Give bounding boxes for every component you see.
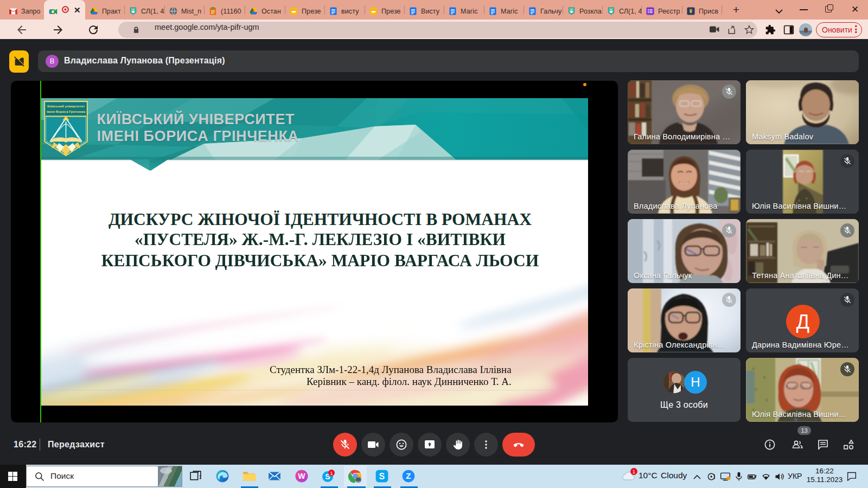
svg-text:Д: Д	[796, 311, 809, 333]
svg-text:Київський університет: Київський університет	[47, 104, 84, 108]
svg-text:S: S	[379, 472, 385, 481]
svg-text:1: 1	[330, 471, 333, 476]
svg-text:Z: Z	[406, 471, 411, 480]
svg-text:імені Бориса Грінченка: імені Бориса Грінченка	[46, 110, 85, 113]
svg-text:H: H	[691, 375, 700, 389]
svg-text:W: W	[298, 472, 305, 480]
